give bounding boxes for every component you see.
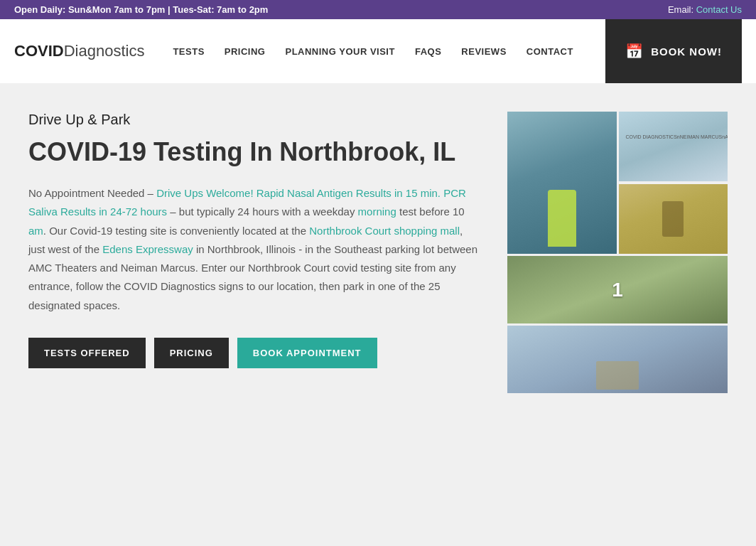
desc-text3: test before 10 — [396, 205, 465, 218]
hero-title: COVID-19 Testing In Northbrook, IL — [28, 136, 479, 167]
hours-value: Sun&Mon 7am to 7pm | Tues-Sat: 7am to 2p… — [68, 4, 269, 15]
main-content: Drive Up & Park COVID-19 Testing In Nort… — [0, 83, 756, 510]
hero-description: No Appointment Needed – Drive Ups Welcom… — [28, 184, 479, 315]
logo-diagnostics: Diagnostics — [64, 42, 145, 60]
image-worker — [507, 112, 617, 254]
image-sign — [619, 112, 728, 181]
site-logo[interactable]: COVID Diagnostics — [14, 42, 144, 60]
image-staff — [619, 184, 728, 254]
desc-highlight4[interactable]: Northbrook Court shopping mall — [309, 225, 460, 237]
email-label: Email: — [668, 4, 693, 15]
navbar: COVID Diagnostics TESTS PRICING PLANNING… — [0, 19, 756, 83]
nav-faqs[interactable]: FAQS — [415, 46, 441, 57]
nav-links: TESTS PRICING PLANNING YOUR VISIT FAQS R… — [173, 46, 605, 57]
book-now-button[interactable]: 📅 BOOK NOW! — [605, 19, 742, 83]
hero-subtitle: Drive Up & Park — [28, 112, 479, 128]
cta-buttons: TESTS OFFERED PRICING BOOK APPOINTMENT — [28, 338, 479, 368]
book-appointment-button[interactable]: BOOK APPOINTMENT — [237, 338, 377, 368]
desc-highlight3: am — [28, 225, 43, 237]
nav-planning[interactable]: PLANNING YOUR VISIT — [285, 46, 394, 57]
nav-reviews[interactable]: REVIEWS — [461, 46, 506, 57]
hero-content: Drive Up & Park COVID-19 Testing In Nort… — [28, 112, 479, 474]
email-section: Email: Contact Us — [668, 4, 742, 15]
contact-us-link[interactable]: Contact Us — [696, 4, 742, 15]
pricing-button[interactable]: PRICING — [154, 338, 229, 368]
book-now-label: BOOK NOW! — [651, 46, 722, 58]
desc-highlight5[interactable]: Edens Expressway — [102, 243, 193, 255]
nav-tests[interactable]: TESTS — [173, 46, 204, 57]
image-grid — [507, 112, 728, 393]
hours-label: Open Daily: — [14, 4, 65, 15]
desc-text4: . Our Covid-19 testing site is convenien… — [43, 225, 309, 237]
hours-info: Open Daily: Sun&Mon 7am to 7pm | Tues-Sa… — [14, 4, 268, 15]
calendar-icon: 📅 — [625, 43, 644, 60]
image-drivethru — [507, 326, 728, 393]
nav-contact[interactable]: CONTACT — [526, 46, 573, 57]
desc-text2: – but typically 24 hours with a weekday — [167, 205, 357, 218]
logo-covid: COVID — [14, 42, 64, 60]
desc-highlight2: morning — [358, 205, 396, 218]
image-parking — [507, 256, 728, 323]
tests-offered-button[interactable]: TESTS OFFERED — [28, 338, 146, 368]
desc-text1: No Appointment Needed – — [28, 187, 156, 199]
nav-pricing[interactable]: PRICING — [225, 46, 266, 57]
top-bar: Open Daily: Sun&Mon 7am to 7pm | Tues-Sa… — [0, 0, 756, 19]
